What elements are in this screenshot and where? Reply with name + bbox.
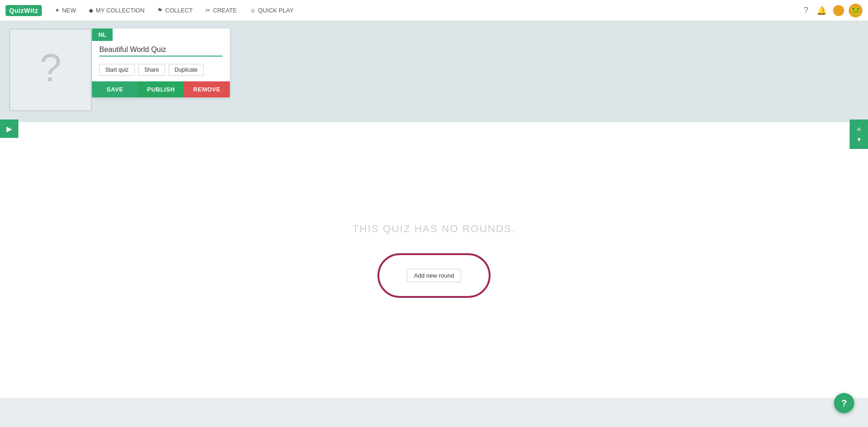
nav-collect[interactable]: ⚑ COLLECT xyxy=(152,4,198,17)
collect-icon: ⚑ xyxy=(157,7,163,14)
navbar: QuizWitz ✦ NEW ◆ MY COLLECTION ⚑ COLLECT… xyxy=(0,0,868,21)
share-button[interactable]: Share xyxy=(138,64,165,76)
nav-create-label: CREATE xyxy=(213,7,237,14)
duplicate-button[interactable]: Duplicate xyxy=(169,64,204,76)
quiz-info-panel: NL Start quiz Share Duplicate SAVE PUBLI… xyxy=(92,28,230,97)
nav-collect-label: COLLECT xyxy=(165,7,193,14)
right-panel-button[interactable]: ≡ ▾ xyxy=(850,120,868,149)
nav-quick-play[interactable]: ☺ QUICK PLAY xyxy=(244,4,299,17)
quiz-title-section xyxy=(92,41,230,62)
nav-quick-play-label: QUICK PLAY xyxy=(258,7,293,14)
quiz-thumbnail: ? xyxy=(9,28,92,111)
question-mark-icon: ? xyxy=(32,47,69,93)
new-icon: ✦ xyxy=(55,7,60,14)
create-icon: ✂ xyxy=(206,7,211,14)
svg-text:?: ? xyxy=(40,47,61,90)
logo[interactable]: QuizWitz xyxy=(6,5,42,16)
collection-icon: ◆ xyxy=(89,7,93,14)
left-panel-button[interactable]: ▶ xyxy=(0,120,18,138)
remove-button[interactable]: REMOVE xyxy=(184,81,230,97)
quiz-actions: Start quiz Share Duplicate xyxy=(92,62,230,81)
user-badge[interactable] xyxy=(833,5,844,16)
navbar-right: ? 🔔 🐸 xyxy=(802,4,862,17)
nav-new[interactable]: ✦ NEW xyxy=(49,4,81,17)
nav-my-collection-label: MY COLLECTION xyxy=(96,7,144,14)
start-quiz-button[interactable]: Start quiz xyxy=(99,64,135,76)
publish-button[interactable]: PUBLISH xyxy=(138,81,184,97)
notification-icon[interactable]: 🔔 xyxy=(815,4,828,17)
top-section: ? NL Start quiz Share Duplicate SAVE PUB… xyxy=(0,21,868,122)
language-badge: NL xyxy=(92,28,113,41)
help-icon[interactable]: ? xyxy=(802,4,810,17)
nav-new-label: NEW xyxy=(62,7,76,14)
main-content: THIS QUIZ HAS NO ROUNDS. Add new round xyxy=(0,122,868,398)
quiz-card: ? NL Start quiz Share Duplicate SAVE PUB… xyxy=(9,28,859,111)
quick-play-icon: ☺ xyxy=(250,7,256,14)
floating-help-button[interactable]: ? xyxy=(834,393,854,413)
add-new-round-button[interactable]: Add new round xyxy=(407,269,461,282)
chevron-down-icon: ▾ xyxy=(857,136,861,143)
quiz-title-input[interactable] xyxy=(99,46,223,57)
nav-create[interactable]: ✂ CREATE xyxy=(200,4,242,17)
nav-links: ✦ NEW ◆ MY COLLECTION ⚑ COLLECT ✂ CREATE… xyxy=(49,4,802,17)
add-round-container: Add new round xyxy=(377,253,490,298)
save-button[interactable]: SAVE xyxy=(92,81,138,97)
menu-lines-icon: ≡ xyxy=(857,125,861,133)
quiz-bottom-actions: SAVE PUBLISH REMOVE xyxy=(92,81,230,97)
nav-my-collection[interactable]: ◆ MY COLLECTION xyxy=(83,4,150,17)
avatar[interactable]: 🐸 xyxy=(849,4,862,17)
no-rounds-text: THIS QUIZ HAS NO ROUNDS. xyxy=(353,223,516,235)
play-icon: ▶ xyxy=(6,125,12,133)
